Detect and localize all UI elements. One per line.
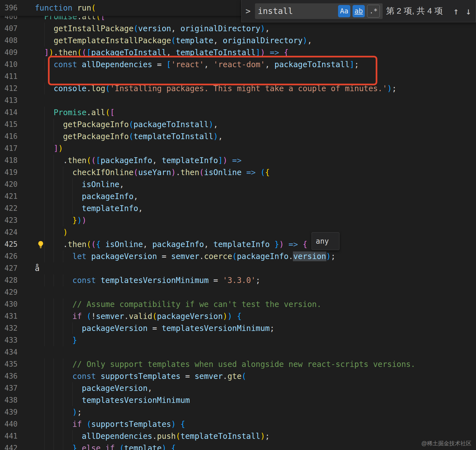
code-line-content[interactable]: if (!semver.valid(packageVersion)) { — [35, 310, 476, 322]
find-query-text[interactable]: install — [258, 6, 336, 16]
code-line[interactable]: 422templateInfo, — [0, 202, 476, 214]
line-number[interactable]: 433 — [0, 334, 18, 346]
code-line[interactable]: 413 — [0, 95, 476, 107]
line-number[interactable]: 427 — [0, 262, 18, 274]
code-line[interactable]: 416getPackageInfo(templateToInstall), — [0, 130, 476, 142]
code-line-content[interactable]: templateInfo, — [35, 202, 476, 214]
code-line-content[interactable]: getInstallPackage(version, originalDirec… — [35, 23, 476, 35]
code-line[interactable]: 435// Only support templates when used a… — [0, 358, 476, 370]
code-line[interactable]: 407getInstallPackage(version, originalDi… — [0, 23, 476, 35]
code-line[interactable]: 414Promise.all([ — [0, 107, 476, 118]
line-number[interactable]: 407 — [0, 23, 18, 35]
line-number[interactable]: 422 — [0, 202, 18, 214]
code-line-content[interactable]: packageVersion = templatesVersionMinimum… — [35, 322, 476, 334]
code-line[interactable]: 437packageVersion, — [0, 382, 476, 394]
line-number[interactable]: 421 — [0, 190, 18, 202]
code-line[interactable]: 419checkIfOnline(useYarn).then(isOnline … — [0, 166, 476, 178]
line-number[interactable]: 424 — [0, 226, 18, 238]
code-line-content[interactable]: .then(([packageInfo, templateInfo]) => — [35, 154, 476, 166]
code-line-content[interactable]: // Only support templates when used alon… — [35, 358, 476, 370]
line-number[interactable]: 417 — [0, 142, 18, 154]
code-line[interactable]: 432packageVersion = templatesVersionMini… — [0, 322, 476, 334]
code-line-content[interactable]: packageInfo, — [35, 190, 476, 202]
code-line[interactable]: 408getTemplateInstallPackage(template, o… — [0, 35, 476, 47]
code-line[interactable]: 428const templatesVersionMinimum = '3.3.… — [0, 274, 476, 286]
line-number[interactable]: 414 — [0, 107, 18, 118]
code-line[interactable]: 431if (!semver.valid(packageVersion)) { — [0, 310, 476, 322]
code-line[interactable]: 423})) — [0, 214, 476, 226]
line-number[interactable]: 418 — [0, 154, 18, 166]
line-number[interactable]: 431 — [0, 310, 18, 322]
line-number[interactable]: 420 — [0, 178, 18, 190]
code-line-content[interactable]: let packageVersion = semver.coerce(packa… — [35, 250, 476, 262]
code-line-content[interactable]: getPackageInfo(packageToInstall), — [35, 118, 476, 130]
code-line-content[interactable]: } else if (template) { — [35, 442, 476, 450]
code-line[interactable]: 415getPackageInfo(packageToInstall), — [0, 118, 476, 130]
code-line[interactable]: 438templatesVersionMinimum — [0, 394, 476, 406]
line-number[interactable]: 410 — [0, 59, 18, 71]
line-number[interactable]: 435 — [0, 358, 18, 370]
line-number[interactable]: 442 — [0, 442, 18, 450]
line-number[interactable]: 412 — [0, 83, 18, 95]
line-number[interactable]: 416 — [0, 130, 18, 142]
code-line-content[interactable]: const templatesVersionMinimum = '3.3.0'; — [35, 274, 476, 286]
code-line[interactable]: 429 — [0, 286, 476, 298]
lightbulb-icon[interactable] — [37, 240, 45, 248]
line-number[interactable]: 425 — [0, 238, 18, 250]
code-line-content[interactable]: ]) — [35, 142, 476, 154]
line-number[interactable]: 432 — [0, 322, 18, 334]
line-number[interactable]: 437 — [0, 382, 18, 394]
code-line-content[interactable]: å — [35, 262, 476, 274]
line-number[interactable]: 434 — [0, 346, 18, 358]
code-line-content[interactable]: getTemplateInstallPackage(template, orig… — [35, 35, 476, 47]
line-number[interactable]: 419 — [0, 166, 18, 178]
line-number[interactable]: 436 — [0, 370, 18, 382]
regex-button[interactable]: .* — [367, 5, 380, 18]
code-line-content[interactable] — [35, 286, 476, 298]
next-match-button[interactable]: ↓ — [464, 6, 473, 17]
code-line[interactable]: 417]) — [0, 142, 476, 154]
code-line[interactable]: 418.then(([packageInfo, templateInfo]) =… — [0, 154, 476, 166]
code-line-content[interactable]: // Assume compatibility if we can't test… — [35, 298, 476, 310]
code-line-content[interactable]: checkIfOnline(useYarn).then(isOnline => … — [35, 166, 476, 178]
line-number[interactable]: 426 — [0, 250, 18, 262]
line-number[interactable]: 415 — [0, 118, 18, 130]
code-line-content[interactable]: templatesVersionMinimum — [35, 394, 476, 406]
line-number[interactable]: 411 — [0, 71, 18, 83]
code-line[interactable]: 442} else if (template) { — [0, 442, 476, 450]
code-line-content[interactable]: packageVersion, — [35, 382, 476, 394]
line-number[interactable]: 438 — [0, 394, 18, 406]
line-number[interactable]: 441 — [0, 430, 18, 442]
code-line[interactable]: 439); — [0, 406, 476, 418]
toggle-replace-chevron-icon[interactable]: > — [244, 6, 252, 16]
code-line-content[interactable]: allDependencies.push(templateToInstall); — [35, 430, 476, 442]
previous-match-button[interactable]: ↑ — [451, 6, 460, 17]
code-line-content[interactable]: isOnline, — [35, 178, 476, 190]
code-line[interactable]: 420isOnline, — [0, 178, 476, 190]
line-number[interactable]: 439 — [0, 406, 18, 418]
code-line[interactable]: 433} — [0, 334, 476, 346]
code-line-content[interactable]: ) — [35, 226, 476, 238]
line-number[interactable]: 413 — [0, 95, 18, 107]
line-number[interactable]: 408 — [0, 35, 18, 47]
code-line[interactable]: 440if (supportsTemplates) { — [0, 418, 476, 430]
code-line-content[interactable]: const supportsTemplates = semver.gte( — [35, 370, 476, 382]
code-line[interactable]: 436const supportsTemplates = semver.gte( — [0, 370, 476, 382]
code-line-content[interactable]: })) — [35, 214, 476, 226]
code-line[interactable]: 441allDependencies.push(templateToInstal… — [0, 430, 476, 442]
code-line[interactable]: 421packageInfo, — [0, 190, 476, 202]
code-line-content[interactable]: Promise.all([ — [35, 107, 476, 118]
code-line-content[interactable]: .then(({ isOnline, packageInfo, template… — [35, 238, 476, 250]
code-line-content[interactable]: ); — [35, 406, 476, 418]
match-case-button[interactable]: Aa — [338, 5, 350, 17]
code-line-content[interactable]: getPackageInfo(templateToInstall), — [35, 130, 476, 142]
code-line-content[interactable]: if (supportsTemplates) { — [35, 418, 476, 430]
line-number[interactable]: 428 — [0, 274, 18, 286]
code-line[interactable]: 427å — [0, 262, 476, 274]
line-number[interactable]: 423 — [0, 214, 18, 226]
whole-word-button[interactable]: ab — [353, 5, 365, 17]
line-number[interactable]: 430 — [0, 298, 18, 310]
code-line-content[interactable] — [35, 346, 476, 358]
line-number[interactable]: 440 — [0, 418, 18, 430]
find-input[interactable]: install Aa ab .* — [255, 3, 383, 19]
